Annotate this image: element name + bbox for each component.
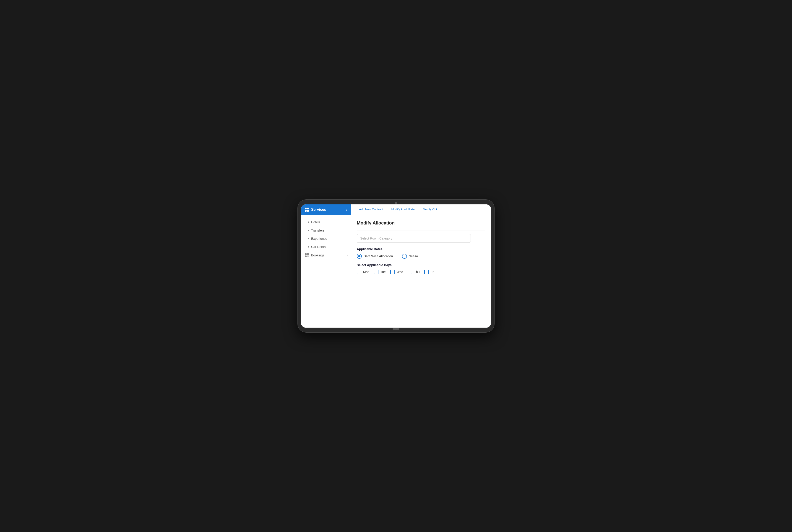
checkbox-thu[interactable]: Thu <box>408 270 420 274</box>
checkbox-tue-label: Tue <box>380 270 386 274</box>
radio-group-allocation: Date Wise Allocation Seaso... <box>357 254 485 259</box>
bottom-divider <box>357 281 485 281</box>
chevron-right-icon: › <box>347 254 348 257</box>
sidebar-item-label: Car Rental <box>311 245 326 249</box>
applicable-days-label: Select Applicable Days <box>357 263 485 267</box>
sidebar-title: Services <box>311 208 343 212</box>
divider <box>357 230 485 230</box>
checkbox-mon-label: Mon <box>363 270 369 274</box>
applicable-dates-label: Applicable Dates <box>357 247 485 251</box>
sidebar: Services ∨ Hotels Transfers Experience <box>301 204 351 328</box>
checkbox-wed[interactable]: Wed <box>390 270 403 274</box>
sidebar-item-car-rental[interactable]: Car Rental <box>301 243 351 251</box>
radio-season[interactable]: Seaso... <box>402 254 420 259</box>
checkbox-fri-box[interactable] <box>424 270 429 274</box>
room-category-select[interactable]: Select Room Category <box>357 234 471 243</box>
page-title: Modify Allocation <box>357 221 485 226</box>
tab-modify-child[interactable]: Modify Chi... <box>419 204 443 215</box>
days-checkbox-group: Mon Tue Wed Thu <box>357 270 485 274</box>
sidebar-section-label: Bookings <box>311 253 345 257</box>
tab-bar: Add New Contract Modify Adult Rate Modif… <box>351 204 491 215</box>
sidebar-item-label: Transfers <box>311 229 325 232</box>
tab-add-new-contract[interactable]: Add New Contract <box>355 204 387 215</box>
sidebar-item-label: Hotels <box>311 221 320 224</box>
bullet-icon <box>308 230 309 231</box>
radio-date-wise-circle[interactable] <box>357 254 362 259</box>
radio-date-wise[interactable]: Date Wise Allocation <box>357 254 393 259</box>
checkbox-mon[interactable]: Mon <box>357 270 369 274</box>
sidebar-item-transfers[interactable]: Transfers <box>301 226 351 234</box>
checkbox-wed-label: Wed <box>397 270 403 274</box>
radio-season-circle[interactable] <box>402 254 407 259</box>
tablet-frame: Services ∨ Hotels Transfers Experience <box>298 200 494 332</box>
sidebar-header[interactable]: Services ∨ <box>301 204 351 215</box>
checkbox-tue[interactable]: Tue <box>374 270 386 274</box>
bullet-icon <box>308 238 309 239</box>
sidebar-item-bookings[interactable]: Bookings › <box>301 251 351 260</box>
checkbox-thu-label: Thu <box>414 270 420 274</box>
bookings-grid-icon <box>305 253 309 257</box>
sidebar-nav: Hotels Transfers Experience Car Rental <box>301 215 351 328</box>
bullet-icon <box>308 222 309 223</box>
tab-modify-adult-rate[interactable]: Modify Adult Rate <box>387 204 419 215</box>
screen: Services ∨ Hotels Transfers Experience <box>301 204 491 328</box>
checkbox-thu-box[interactable] <box>408 270 412 274</box>
main-content: Add New Contract Modify Adult Rate Modif… <box>351 204 491 328</box>
checkbox-fri[interactable]: Fri <box>424 270 434 274</box>
sidebar-item-hotels[interactable]: Hotels <box>301 218 351 226</box>
sidebar-item-experience[interactable]: Experience <box>301 234 351 243</box>
checkbox-tue-box[interactable] <box>374 270 379 274</box>
radio-date-wise-label: Date Wise Allocation <box>364 254 393 258</box>
sidebar-item-label: Experience <box>311 237 327 241</box>
services-grid-icon <box>305 208 309 212</box>
checkbox-mon-box[interactable] <box>357 270 361 274</box>
content-area: Modify Allocation Select Room Category A… <box>351 215 491 328</box>
bullet-icon <box>308 246 309 248</box>
checkbox-wed-box[interactable] <box>390 270 395 274</box>
chevron-down-icon: ∨ <box>346 208 348 211</box>
radio-season-label: Seaso... <box>409 254 420 258</box>
checkbox-fri-label: Fri <box>431 270 434 274</box>
